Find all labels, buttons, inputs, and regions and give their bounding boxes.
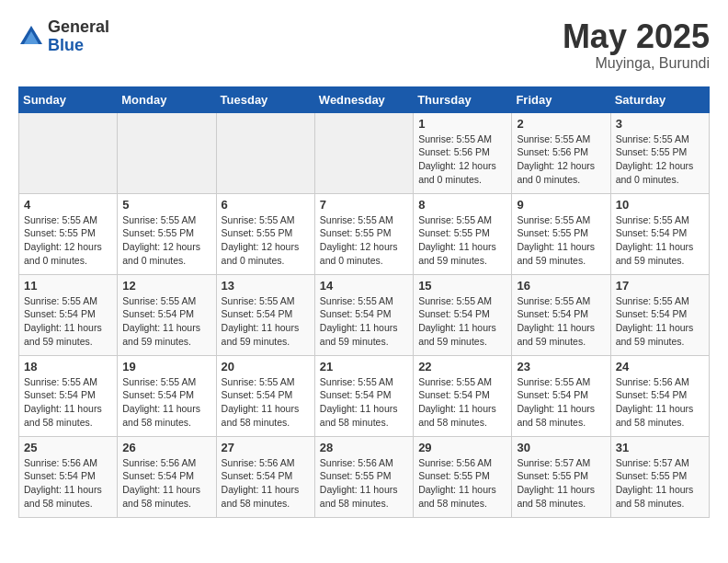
day-number: 18	[24, 360, 112, 373]
weekday-header: Monday	[118, 86, 216, 112]
day-info: Sunrise: 5:57 AM Sunset: 5:55 PM Dayligh…	[517, 456, 605, 511]
calendar-week-row: 25Sunrise: 5:56 AM Sunset: 5:54 PM Dayli…	[19, 436, 710, 517]
day-number: 8	[418, 198, 506, 212]
calendar-cell: 28Sunrise: 5:56 AM Sunset: 5:55 PM Dayli…	[314, 436, 413, 517]
calendar-cell	[19, 112, 118, 193]
location: Muyinga, Burundi	[563, 55, 710, 72]
day-info: Sunrise: 5:57 AM Sunset: 5:55 PM Dayligh…	[616, 456, 704, 511]
logo-text: General Blue	[48, 18, 109, 55]
day-info: Sunrise: 5:56 AM Sunset: 5:54 PM Dayligh…	[24, 456, 112, 511]
day-number: 5	[122, 198, 210, 212]
calendar-cell: 7Sunrise: 5:55 AM Sunset: 5:55 PM Daylig…	[314, 193, 413, 274]
weekday-header: Tuesday	[216, 86, 314, 112]
day-info: Sunrise: 5:55 AM Sunset: 5:54 PM Dayligh…	[24, 375, 112, 430]
day-number: 14	[320, 279, 408, 293]
logo-general: General	[48, 18, 109, 37]
calendar-cell: 31Sunrise: 5:57 AM Sunset: 5:55 PM Dayli…	[610, 436, 709, 517]
day-number: 16	[517, 279, 605, 293]
day-info: Sunrise: 5:55 AM Sunset: 5:54 PM Dayligh…	[122, 294, 210, 349]
calendar-cell: 18Sunrise: 5:55 AM Sunset: 5:54 PM Dayli…	[19, 355, 118, 436]
logo-icon	[18, 24, 44, 50]
day-number: 17	[616, 279, 704, 293]
weekday-header-row: SundayMondayTuesdayWednesdayThursdayFrid…	[19, 86, 710, 112]
day-number: 12	[122, 279, 210, 293]
calendar-table: SundayMondayTuesdayWednesdayThursdayFrid…	[18, 86, 710, 518]
day-info: Sunrise: 5:55 AM Sunset: 5:54 PM Dayligh…	[616, 294, 704, 349]
day-number: 10	[616, 198, 704, 212]
calendar-cell: 23Sunrise: 5:55 AM Sunset: 5:54 PM Dayli…	[512, 355, 610, 436]
logo-blue: Blue	[48, 37, 109, 55]
day-info: Sunrise: 5:55 AM Sunset: 5:55 PM Dayligh…	[24, 213, 112, 268]
title-block: May 2025 Muyinga, Burundi	[563, 18, 710, 72]
calendar-cell: 1Sunrise: 5:55 AM Sunset: 5:56 PM Daylig…	[414, 112, 512, 193]
calendar-cell: 26Sunrise: 5:56 AM Sunset: 5:54 PM Dayli…	[118, 436, 216, 517]
day-number: 20	[222, 360, 310, 373]
day-number: 15	[418, 279, 506, 293]
calendar-cell: 13Sunrise: 5:55 AM Sunset: 5:54 PM Dayli…	[216, 274, 314, 355]
calendar-week-row: 4Sunrise: 5:55 AM Sunset: 5:55 PM Daylig…	[19, 193, 710, 274]
calendar-week-row: 1Sunrise: 5:55 AM Sunset: 5:56 PM Daylig…	[19, 112, 710, 193]
day-number: 30	[517, 441, 605, 454]
day-number: 24	[616, 360, 704, 373]
calendar-cell: 19Sunrise: 5:55 AM Sunset: 5:54 PM Dayli…	[118, 355, 216, 436]
day-info: Sunrise: 5:55 AM Sunset: 5:54 PM Dayligh…	[418, 294, 506, 349]
day-number: 19	[122, 360, 210, 373]
calendar-cell: 30Sunrise: 5:57 AM Sunset: 5:55 PM Dayli…	[512, 436, 610, 517]
day-info: Sunrise: 5:56 AM Sunset: 5:54 PM Dayligh…	[122, 456, 210, 511]
day-info: Sunrise: 5:55 AM Sunset: 5:54 PM Dayligh…	[616, 213, 704, 268]
day-number: 6	[222, 198, 310, 212]
day-number: 4	[24, 198, 112, 212]
calendar-week-row: 11Sunrise: 5:55 AM Sunset: 5:54 PM Dayli…	[19, 274, 710, 355]
day-number: 21	[320, 360, 408, 373]
calendar-cell: 12Sunrise: 5:55 AM Sunset: 5:54 PM Dayli…	[118, 274, 216, 355]
day-number: 26	[122, 441, 210, 454]
day-info: Sunrise: 5:55 AM Sunset: 5:55 PM Dayligh…	[517, 213, 605, 268]
day-info: Sunrise: 5:55 AM Sunset: 5:54 PM Dayligh…	[122, 375, 210, 430]
day-number: 9	[517, 198, 605, 212]
day-info: Sunrise: 5:55 AM Sunset: 5:54 PM Dayligh…	[517, 375, 605, 430]
calendar-cell: 15Sunrise: 5:55 AM Sunset: 5:54 PM Dayli…	[414, 274, 512, 355]
day-info: Sunrise: 5:55 AM Sunset: 5:55 PM Dayligh…	[122, 213, 210, 268]
day-number: 1	[418, 117, 506, 131]
day-info: Sunrise: 5:55 AM Sunset: 5:55 PM Dayligh…	[222, 213, 310, 268]
calendar-cell: 22Sunrise: 5:55 AM Sunset: 5:54 PM Dayli…	[414, 355, 512, 436]
calendar-cell: 29Sunrise: 5:56 AM Sunset: 5:55 PM Dayli…	[414, 436, 512, 517]
calendar-cell: 20Sunrise: 5:55 AM Sunset: 5:54 PM Dayli…	[216, 355, 314, 436]
day-number: 7	[320, 198, 408, 212]
calendar-cell	[216, 112, 314, 193]
calendar-cell: 4Sunrise: 5:55 AM Sunset: 5:55 PM Daylig…	[19, 193, 118, 274]
day-number: 3	[616, 117, 704, 131]
calendar-cell: 6Sunrise: 5:55 AM Sunset: 5:55 PM Daylig…	[216, 193, 314, 274]
day-info: Sunrise: 5:55 AM Sunset: 5:54 PM Dayligh…	[320, 294, 408, 349]
month-title: May 2025	[563, 18, 710, 55]
day-number: 28	[320, 441, 408, 454]
day-info: Sunrise: 5:55 AM Sunset: 5:55 PM Dayligh…	[320, 213, 408, 268]
calendar-cell: 14Sunrise: 5:55 AM Sunset: 5:54 PM Dayli…	[314, 274, 413, 355]
day-number: 29	[418, 441, 506, 454]
day-number: 23	[517, 360, 605, 373]
calendar-cell: 11Sunrise: 5:55 AM Sunset: 5:54 PM Dayli…	[19, 274, 118, 355]
day-info: Sunrise: 5:55 AM Sunset: 5:55 PM Dayligh…	[418, 213, 506, 268]
day-info: Sunrise: 5:55 AM Sunset: 5:54 PM Dayligh…	[517, 294, 605, 349]
day-number: 13	[222, 279, 310, 293]
weekday-header: Thursday	[414, 86, 512, 112]
day-number: 31	[616, 441, 704, 454]
page-header: General Blue May 2025 Muyinga, Burundi	[18, 18, 710, 72]
day-info: Sunrise: 5:56 AM Sunset: 5:54 PM Dayligh…	[222, 456, 310, 511]
calendar-cell: 27Sunrise: 5:56 AM Sunset: 5:54 PM Dayli…	[216, 436, 314, 517]
day-info: Sunrise: 5:56 AM Sunset: 5:55 PM Dayligh…	[320, 456, 408, 511]
calendar-cell: 5Sunrise: 5:55 AM Sunset: 5:55 PM Daylig…	[118, 193, 216, 274]
calendar-cell: 25Sunrise: 5:56 AM Sunset: 5:54 PM Dayli…	[19, 436, 118, 517]
calendar-cell: 2Sunrise: 5:55 AM Sunset: 5:56 PM Daylig…	[512, 112, 610, 193]
day-number: 25	[24, 441, 112, 454]
logo: General Blue	[18, 18, 109, 55]
calendar-cell	[118, 112, 216, 193]
day-info: Sunrise: 5:55 AM Sunset: 5:54 PM Dayligh…	[222, 375, 310, 430]
day-number: 22	[418, 360, 506, 373]
calendar-cell: 24Sunrise: 5:56 AM Sunset: 5:54 PM Dayli…	[610, 355, 709, 436]
calendar-cell: 3Sunrise: 5:55 AM Sunset: 5:55 PM Daylig…	[610, 112, 709, 193]
calendar-cell: 9Sunrise: 5:55 AM Sunset: 5:55 PM Daylig…	[512, 193, 610, 274]
weekday-header: Sunday	[19, 86, 118, 112]
day-info: Sunrise: 5:55 AM Sunset: 5:54 PM Dayligh…	[24, 294, 112, 349]
day-number: 11	[24, 279, 112, 293]
